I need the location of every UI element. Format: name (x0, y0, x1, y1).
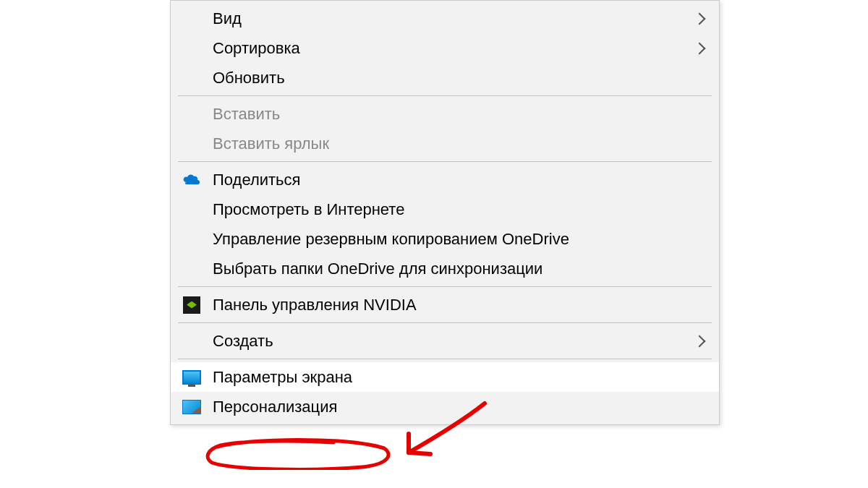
menu-label: Вставить ярлык (213, 134, 710, 153)
personalize-icon (171, 392, 213, 421)
menu-label: Создать (213, 332, 689, 351)
menu-label: Поделиться (213, 171, 710, 189)
menu-label: Выбрать папки OneDrive для синхронизации (213, 260, 710, 278)
menu-item-new[interactable]: Создать (171, 326, 719, 356)
menu-item-personalize[interactable]: Персонализация (171, 392, 719, 421)
onedrive-icon (171, 165, 213, 194)
icon-placeholder (171, 99, 213, 129)
menu-item-nvidia[interactable]: Панель управления NVIDIA (171, 290, 719, 320)
submenu-indicator (689, 337, 710, 346)
icon-placeholder (171, 224, 213, 254)
menu-label: Сортировка (213, 39, 689, 58)
menu-label: Панель управления NVIDIA (213, 296, 710, 314)
icon-placeholder (171, 129, 213, 158)
menu-separator (178, 286, 712, 287)
menu-item-onedrive-backup[interactable]: Управление резервным копированием OneDri… (171, 224, 719, 254)
menu-item-view[interactable]: Вид (171, 4, 719, 33)
display-icon (171, 362, 213, 392)
menu-item-sort[interactable]: Сортировка (171, 33, 719, 63)
icon-placeholder (171, 63, 213, 93)
chevron-right-icon (694, 42, 706, 54)
menu-item-share[interactable]: Поделиться (171, 165, 719, 194)
menu-label: Обновить (213, 69, 710, 87)
desktop-context-menu: Вид Сортировка Обновить Вставить Вставит… (170, 0, 720, 425)
icon-placeholder (171, 326, 213, 356)
menu-item-refresh[interactable]: Обновить (171, 63, 719, 93)
menu-item-paste-shortcut: Вставить ярлык (171, 129, 719, 158)
menu-separator (178, 359, 712, 359)
menu-item-display-settings[interactable]: Параметры экрана (171, 362, 719, 392)
menu-item-paste: Вставить (171, 99, 719, 129)
menu-label: Управление резервным копированием OneDri… (213, 230, 710, 249)
menu-item-view-online[interactable]: Просмотреть в Интернете (171, 194, 719, 224)
submenu-indicator (689, 14, 710, 23)
icon-placeholder (171, 33, 213, 63)
menu-label: Вставить (213, 105, 710, 124)
menu-separator (178, 161, 712, 162)
menu-label: Вид (213, 9, 689, 28)
chevron-right-icon (694, 335, 706, 347)
menu-label: Параметры экрана (213, 368, 710, 387)
chevron-right-icon (694, 12, 706, 25)
menu-label: Персонализация (213, 398, 710, 416)
icon-placeholder (171, 194, 213, 224)
submenu-indicator (689, 44, 710, 53)
nvidia-icon (171, 290, 213, 320)
icon-placeholder (171, 254, 213, 283)
menu-separator (178, 322, 712, 323)
menu-label: Просмотреть в Интернете (213, 200, 710, 219)
menu-separator (178, 95, 712, 96)
menu-item-onedrive-folders[interactable]: Выбрать папки OneDrive для синхронизации (171, 254, 719, 283)
icon-placeholder (171, 4, 213, 33)
annotation-circle (203, 438, 395, 470)
